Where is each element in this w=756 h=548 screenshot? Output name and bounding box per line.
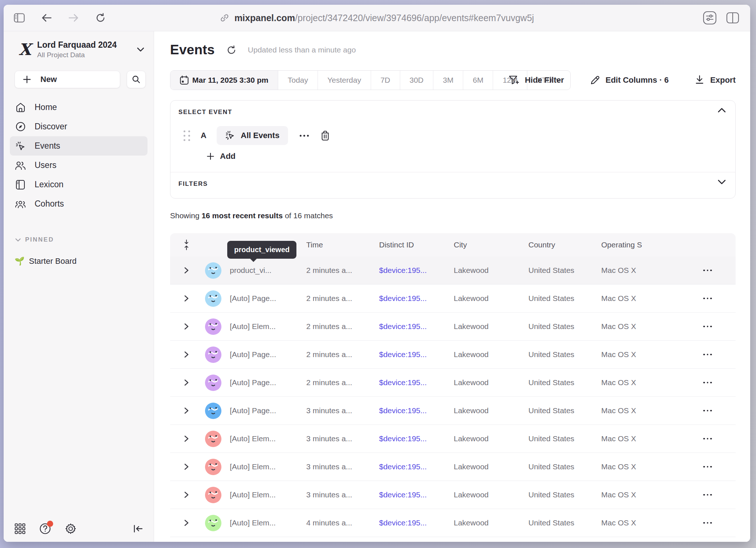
range-30d[interactable]: 30D [400, 71, 433, 90]
range-yesterday[interactable]: Yesterday [318, 71, 371, 90]
plus-icon [207, 153, 214, 160]
settings-gear-icon[interactable] [65, 523, 76, 535]
distinct-id-link[interactable]: $device:195... [375, 518, 450, 527]
row-menu-button[interactable] [703, 410, 712, 412]
apps-grid-icon[interactable] [15, 523, 25, 534]
col-header-country[interactable]: Country [525, 240, 598, 249]
distinct-id-link[interactable]: $device:195... [375, 350, 450, 359]
row-expand-icon[interactable] [170, 491, 203, 498]
refresh-icon[interactable] [227, 45, 236, 55]
export-button[interactable]: Export [695, 75, 736, 85]
distinct-id-link[interactable]: $device:195... [375, 406, 450, 415]
event-name-cell: [Auto] Elem... [226, 518, 303, 527]
range-today[interactable]: Today [278, 71, 318, 90]
url-bar[interactable]: mixpanel.com/project/3472420/view/397469… [220, 5, 534, 31]
row-expand-icon[interactable] [170, 267, 203, 274]
city-cell: Lakewood [450, 490, 525, 499]
table-row[interactable]: [Auto] Page...3 minutes a...$device:195.… [170, 397, 736, 425]
pinned-section-header[interactable]: PINNED [15, 236, 154, 243]
row-expand-icon[interactable] [170, 295, 203, 302]
col-header-time[interactable]: Time [303, 240, 375, 249]
row-menu-button[interactable] [703, 438, 712, 440]
new-button[interactable]: New [15, 71, 120, 88]
row-expand-icon[interactable] [170, 351, 203, 358]
drag-handle[interactable] [184, 130, 190, 141]
table-row[interactable]: [Auto] Elem...3 minutes a...$device:195.… [170, 425, 736, 453]
range-3m[interactable]: 3M [433, 71, 463, 90]
sidebar-item-home[interactable]: Home [10, 98, 147, 117]
split-view-icon[interactable] [726, 12, 739, 24]
row-expand-icon[interactable] [170, 435, 203, 442]
sidebar-item-users[interactable]: Users [10, 156, 147, 175]
sidebar-item-lexicon[interactable]: Lexicon [10, 175, 147, 194]
row-menu-button[interactable] [703, 466, 712, 468]
collapse-section-icon[interactable] [718, 108, 726, 113]
row-menu-button[interactable] [703, 522, 712, 524]
table-row[interactable]: [Auto] Elem...2 minutes a...$device:195.… [170, 313, 736, 341]
table-row[interactable]: [Auto] Elem...3 minutes a...$device:195.… [170, 453, 736, 481]
distinct-id-link[interactable]: $device:195... [375, 322, 450, 331]
table-row[interactable] [170, 537, 736, 542]
table-row[interactable]: [Auto] Elem...3 minutes a...$device:195.… [170, 481, 736, 509]
row-menu-button[interactable] [703, 354, 712, 356]
reload-button-icon[interactable] [95, 13, 106, 23]
range-7d[interactable]: 7D [371, 71, 400, 90]
country-cell: United States [525, 490, 598, 499]
expand-filters-icon[interactable] [718, 180, 726, 184]
event-options-button[interactable] [298, 133, 311, 139]
distinct-id-link[interactable]: $device:195... [375, 266, 450, 275]
row-menu-button[interactable] [703, 382, 712, 384]
collapse-sidebar-icon[interactable] [133, 524, 143, 533]
city-cell: Lakewood [450, 378, 525, 387]
sidebar-toggle-icon[interactable] [14, 13, 25, 23]
date-picker[interactable]: Mar 11, 2025 3:30 pm [170, 71, 278, 90]
row-menu-button[interactable] [703, 494, 712, 496]
page-settings-icon[interactable] [703, 11, 717, 25]
sidebar-item-discover[interactable]: Discover [10, 117, 147, 136]
trash-icon[interactable] [320, 130, 330, 141]
row-expand-icon[interactable] [170, 323, 203, 330]
distinct-id-link[interactable]: $device:195... [375, 378, 450, 387]
distinct-id-link[interactable]: $device:195... [375, 490, 450, 499]
search-button[interactable] [127, 71, 146, 88]
table-row[interactable]: [Auto] Page...2 minutes a...$device:195.… [170, 285, 736, 313]
project-subtitle: All Project Data [37, 51, 137, 59]
hide-filter-label: Hide Filter [525, 75, 564, 85]
distinct-id-link[interactable]: $device:195... [375, 294, 450, 303]
time-cell: 2 minutes a... [303, 266, 375, 275]
distinct-id-link[interactable]: $device:195... [375, 434, 450, 443]
sidebar-item-events[interactable]: Events [10, 136, 147, 156]
time-cell: 3 minutes a... [303, 462, 375, 471]
row-expand-icon[interactable] [170, 519, 203, 527]
sidebar-item-starter-board[interactable]: 🌱 Starter Board [15, 257, 154, 266]
table-row[interactable]: [Auto] Page...2 minutes a...$device:195.… [170, 369, 736, 397]
event-avatar [205, 347, 221, 363]
col-header-os[interactable]: Operating S [598, 240, 680, 249]
event-avatar [205, 515, 221, 531]
edit-columns-button[interactable]: Edit Columns · 6 [590, 75, 669, 85]
table-row[interactable]: [Auto] Elem...4 minutes a...$device:195.… [170, 509, 736, 537]
sort-icon[interactable] [170, 239, 203, 250]
row-expand-icon[interactable] [170, 379, 203, 386]
row-expand-icon[interactable] [170, 463, 203, 470]
distinct-id-link[interactable]: $device:195... [375, 462, 450, 471]
hide-filter-button[interactable]: Hide Filter [509, 75, 564, 85]
col-header-city[interactable]: City [450, 240, 525, 249]
back-button-icon[interactable] [42, 13, 52, 22]
os-cell: Mac OS X [598, 518, 680, 527]
project-switcher[interactable]: X Lord Farquaad 2024 All Project Data [4, 38, 154, 61]
table-row[interactable]: [Auto] Page...2 minutes a...$device:195.… [170, 341, 736, 369]
add-event-button[interactable]: Add [207, 152, 236, 161]
help-button[interactable] [39, 523, 51, 535]
row-expand-icon[interactable] [170, 407, 203, 414]
range-6m[interactable]: 6M [463, 71, 493, 90]
sidebar-item-cohorts[interactable]: Cohorts [10, 194, 147, 214]
country-cell: United States [525, 462, 598, 471]
row-menu-button[interactable] [703, 298, 712, 300]
row-menu-button[interactable] [703, 326, 712, 328]
col-header-distinct-id[interactable]: Distinct ID [375, 240, 450, 249]
event-selector[interactable]: All Events [217, 126, 288, 145]
filters-label: FILTERS [178, 180, 208, 188]
row-menu-button[interactable] [703, 270, 712, 271]
forward-button-icon[interactable] [68, 13, 79, 22]
